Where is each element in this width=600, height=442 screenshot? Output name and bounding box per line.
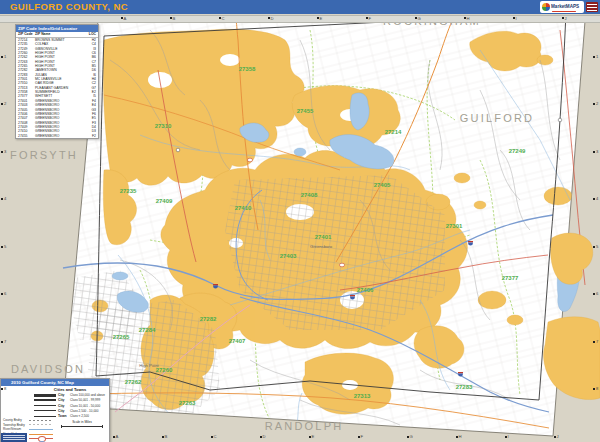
map-legend: 2010 Guilford County, NC Map Cities and … <box>0 378 110 442</box>
map-page: GUILFORD COUNTY, NC MarketMAPS ABCDEFGHI… <box>0 0 600 442</box>
grid-tick: F <box>358 435 364 439</box>
grid-tick: 8 <box>593 387 598 391</box>
grid-tick: 3 <box>593 150 598 154</box>
state-route-shield-icon <box>176 148 180 152</box>
zip-label: 27403 <box>280 253 297 259</box>
grid-tick: E <box>317 17 323 21</box>
zip-label: 27310 <box>155 123 172 129</box>
logo-pinwheel-icon <box>542 3 550 11</box>
grid-tick: 4 <box>593 197 598 201</box>
scale-bar <box>61 425 103 428</box>
zip-label: 27455 <box>297 108 314 114</box>
zip-label: 27405 <box>374 182 391 188</box>
grid-tick: 6 <box>593 292 598 296</box>
county-label: GUILFORD <box>460 112 534 124</box>
grid-tick: G <box>415 17 421 21</box>
grid-tick: 4 <box>1 197 6 201</box>
grid-tick: 5 <box>593 245 598 249</box>
grid-tick: D <box>268 17 274 21</box>
zip-label: 27214 <box>385 129 402 135</box>
grid-tick: 7 <box>593 340 598 344</box>
grid-tick: I <box>513 17 517 21</box>
grid-tick: D <box>260 435 266 439</box>
publisher-logo: MarketMAPS <box>540 1 584 13</box>
zip-label: 27283 <box>456 384 473 390</box>
legend-city-row: CityClass 2,500 - 10,000 <box>34 409 107 413</box>
zip-label: 27407 <box>229 338 246 344</box>
grid-tick: 1 <box>593 55 598 59</box>
logo-swoosh <box>552 11 576 12</box>
grid-ruler-bottom: ABCDEFGHIJ <box>0 434 600 442</box>
county-label: DAVIDSON <box>11 363 85 375</box>
legend-title: 2010 Guilford County, NC Map <box>1 379 109 386</box>
grid-ruler-left: 12345678 <box>0 21 7 434</box>
grid-tick: 2 <box>1 102 6 106</box>
zip-label: 27408 <box>301 192 318 198</box>
grid-tick: B <box>162 435 168 439</box>
zip-label: 27409 <box>156 198 173 204</box>
grid-tick: 2 <box>593 102 598 106</box>
zip-label: 27406 <box>357 287 374 293</box>
zip-index-rows: 27214BROWNS SUMMITH227235COLFAXC427249GI… <box>16 38 98 138</box>
grid-tick: 7 <box>1 340 6 344</box>
grid-tick: A <box>113 435 119 439</box>
legend-city-row: CityClass 10,001 - 50,000 <box>34 404 107 408</box>
us-route-shield-icon <box>247 158 252 162</box>
grid-tick: E <box>309 435 315 439</box>
grid-tick: F <box>366 17 372 21</box>
table-row: 27455GREENSBOROF2 <box>16 134 98 138</box>
grid-tick: 5 <box>1 245 6 249</box>
city-label: High Point <box>139 363 159 368</box>
state-route-shield-icon <box>558 118 562 122</box>
grid-tick: I <box>505 435 509 439</box>
grid-tick: J <box>554 435 559 439</box>
zip-label: 27410 <box>235 205 252 211</box>
zip-index-table: ZIP Code Index/Grid Locator ZIP Code ZIP… <box>15 24 99 139</box>
grid-ruler-top: ABCDEFGHIJ <box>0 15 600 23</box>
grid-tick: C <box>219 17 225 21</box>
zip-label: 27358 <box>239 66 256 72</box>
grid-tick: 1 <box>1 55 6 59</box>
zip-label: 27301 <box>446 223 463 229</box>
county-label: RANDOLPH <box>265 420 344 432</box>
legend-city-rows: CityClass 100,000 and aboveCityClass 50,… <box>1 393 109 418</box>
grid-tick: H <box>456 435 462 439</box>
zip-label: 27265 <box>113 334 130 340</box>
zip-label: 27282 <box>200 316 217 322</box>
zip-label: 27235 <box>120 188 137 194</box>
legend-city-row: CityClass 50,001 - 99,999 <box>34 398 107 402</box>
grid-tick: 6 <box>1 292 6 296</box>
grid-tick: 8 <box>1 387 6 391</box>
page-title: GUILFORD COUNTY, NC <box>10 1 128 12</box>
legend-cities-title: Cities and Towns <box>31 387 109 392</box>
promo-badge <box>586 2 598 12</box>
zip-label: 27263 <box>179 400 196 406</box>
zip-label: 27401 <box>315 234 332 240</box>
us-route-shield-icon <box>339 263 344 267</box>
grid-tick: C <box>211 435 217 439</box>
county-label: FORSYTH <box>10 149 78 161</box>
grid-tick: A <box>121 17 127 21</box>
zip-label: 27262 <box>125 379 142 385</box>
logo-text: MarketMAPS <box>551 5 579 10</box>
zip-index-title: ZIP Code Index/Grid Locator <box>16 25 98 32</box>
scale-bar-label: Scale in Miles <box>59 420 105 424</box>
title-bar: GUILFORD COUNTY, NC MarketMAPS <box>0 0 600 14</box>
zip-label: 27377 <box>502 275 519 281</box>
zip-label: 27284 <box>139 327 156 333</box>
zip-label: 27249 <box>509 148 526 154</box>
grid-ruler-right: 12345678 <box>593 21 600 434</box>
city-label: Greensboro <box>310 244 333 249</box>
grid-tick: H <box>464 17 470 21</box>
zip-label: 27313 <box>354 393 371 399</box>
legend-city-row: CityClass 100,000 and above <box>34 393 107 397</box>
grid-tick: 3 <box>1 150 6 154</box>
grid-tick: J <box>562 17 567 21</box>
grid-tick: G <box>407 435 413 439</box>
grid-tick: B <box>170 17 176 21</box>
map-features <box>63 21 585 436</box>
